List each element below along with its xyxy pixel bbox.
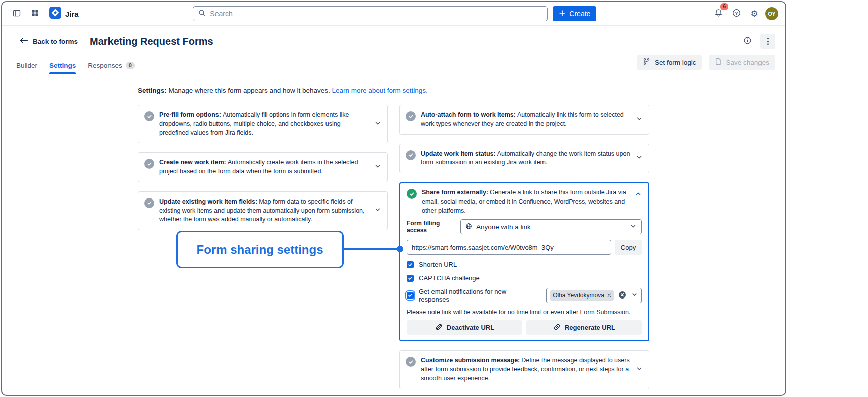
card-title: Share form externally: xyxy=(422,189,488,196)
annotation-dot xyxy=(397,246,403,252)
check-circle-icon xyxy=(406,111,416,121)
plus-icon xyxy=(559,10,566,18)
deactivate-url-label: Deactivate URL xyxy=(447,324,494,331)
check-circle-icon xyxy=(406,150,416,160)
form-filling-access-label: Form filling access xyxy=(407,220,456,234)
top-navigation-bar: Jira Create xyxy=(2,2,785,26)
page-title: Marketing Request Forms xyxy=(90,36,213,47)
shorten-url-row: Shorten URL xyxy=(407,261,642,268)
jira-brand[interactable]: Jira xyxy=(49,7,79,21)
tab-builder[interactable]: Builder xyxy=(16,62,37,74)
card-update-status[interactable]: Update work item status:Automatically ch… xyxy=(399,144,649,174)
card-text: Create new work item:Automatically creat… xyxy=(159,158,369,176)
share-card-header[interactable]: Share form externally:Generate a link to… xyxy=(407,188,642,215)
annotation-connector-line xyxy=(343,248,399,250)
user-avatar[interactable]: OY xyxy=(765,7,778,20)
info-icon xyxy=(743,36,752,46)
annotation-callout: Form sharing settings xyxy=(176,231,344,268)
create-button-label: Create xyxy=(569,10,590,18)
regenerate-url-button[interactable]: Regenerate URL xyxy=(526,320,642,335)
search-icon xyxy=(198,9,206,19)
chevron-down-icon[interactable] xyxy=(374,163,381,172)
sidebar-toggle-icon xyxy=(12,9,21,19)
set-form-logic-button[interactable]: Set form logic xyxy=(637,55,702,70)
share-card-body: Form filling access Anyone with a link xyxy=(407,219,642,335)
captcha-checkbox[interactable] xyxy=(407,275,414,282)
topbar-center-group: Create xyxy=(84,6,706,21)
card-text: Share form externally:Generate a link to… xyxy=(422,188,630,215)
card-prefill-options[interactable]: Pre-fill form options:Automatically fill… xyxy=(138,105,388,143)
tag-remove-icon[interactable] xyxy=(607,292,611,299)
tab-responses[interactable]: Responses 0 xyxy=(88,62,135,74)
card-title: Update work item status: xyxy=(421,150,496,157)
chevron-down-icon[interactable] xyxy=(636,115,643,124)
learn-more-link[interactable]: Learn more about form settings. xyxy=(332,87,427,94)
save-document-icon xyxy=(715,58,722,67)
check-circle-icon xyxy=(144,159,154,169)
green-check-circle-icon xyxy=(407,189,417,199)
card-title: Pre-fill form options: xyxy=(159,111,221,118)
tab-builder-label: Builder xyxy=(16,62,37,69)
captcha-row: CAPTCHA challenge xyxy=(407,274,642,282)
create-button[interactable]: Create xyxy=(553,6,596,21)
set-form-logic-label: Set form logic xyxy=(655,59,696,66)
card-create-work-item[interactable]: Create new work item:Automatically creat… xyxy=(138,152,388,182)
share-url-input[interactable] xyxy=(407,240,611,255)
info-button[interactable] xyxy=(740,34,755,49)
search-input[interactable] xyxy=(210,10,542,18)
notification-count-badge: 6 xyxy=(719,2,729,11)
tab-settings[interactable]: Settings xyxy=(49,62,76,74)
broken-link-icon xyxy=(435,323,443,332)
settings-button[interactable]: ⚙ xyxy=(747,6,762,21)
shorten-url-label: Shorten URL xyxy=(419,261,457,268)
intro-bold: Settings: xyxy=(138,87,167,94)
email-notifications-label: Get email notifications for new response… xyxy=(419,288,537,303)
brand-name: Jira xyxy=(65,10,79,18)
card-text: Update work item status:Automatically ch… xyxy=(421,150,631,168)
card-title: Update existing work item fields: xyxy=(159,198,257,205)
tab-bar: Builder Settings Responses 0 Set form lo… xyxy=(2,49,785,74)
back-arrow-icon xyxy=(19,37,28,46)
more-actions-button[interactable] xyxy=(760,34,775,49)
responses-count-badge: 0 xyxy=(126,62,135,69)
email-recipients-select[interactable]: Olha Yevdokymova xyxy=(546,288,642,303)
back-to-forms-link[interactable]: Back to forms xyxy=(19,37,78,46)
shorten-url-checkbox[interactable] xyxy=(407,261,414,268)
kebab-menu-icon xyxy=(767,38,769,45)
help-button[interactable]: ? xyxy=(729,6,744,21)
right-column: Auto-attach form to work items:Automatic… xyxy=(399,105,649,389)
chevron-down-icon[interactable] xyxy=(374,120,381,129)
clear-icon[interactable] xyxy=(619,291,626,300)
link-availability-note: Please note link will be available for n… xyxy=(407,309,642,316)
help-icon: ? xyxy=(732,8,741,19)
email-notifications-checkbox[interactable] xyxy=(407,292,414,299)
deactivate-url-button[interactable]: Deactivate URL xyxy=(407,320,522,335)
form-filling-access-row: Form filling access Anyone with a link xyxy=(407,219,642,234)
globe-icon xyxy=(465,223,472,231)
sidebar-toggle-button[interactable] xyxy=(9,6,24,21)
chevron-up-icon[interactable] xyxy=(635,190,642,200)
chevron-down-icon[interactable] xyxy=(636,154,643,163)
topbar-right-group: 6 ? ⚙ OY xyxy=(711,6,778,21)
svg-text:?: ? xyxy=(735,11,738,16)
card-share-form-externally: Share form externally:Generate a link to… xyxy=(399,182,649,341)
page-header: Back to forms Marketing Request Forms xyxy=(2,26,785,49)
card-auto-attach[interactable]: Auto-attach form to work items:Automatic… xyxy=(399,105,649,135)
card-update-existing-fields[interactable]: Update existing work item fields:Map for… xyxy=(138,191,388,230)
chevron-down-icon[interactable] xyxy=(374,206,381,215)
tabs: Builder Settings Responses 0 xyxy=(16,62,135,74)
gear-icon: ⚙ xyxy=(750,10,758,18)
tab-settings-label: Settings xyxy=(49,62,76,69)
chevron-down-icon[interactable] xyxy=(636,365,643,374)
app-switcher-button[interactable] xyxy=(27,6,42,21)
card-text: Pre-fill form options:Automatically fill… xyxy=(159,111,369,137)
check-circle-icon xyxy=(406,357,416,367)
app-window: Jira Create xyxy=(1,1,786,396)
chevron-down-icon xyxy=(631,291,638,300)
copy-url-button[interactable]: Copy xyxy=(615,240,642,255)
save-changes-button[interactable]: Save changes xyxy=(709,55,775,70)
url-actions-row: Deactivate URL Regenerate URL xyxy=(407,320,642,335)
access-dropdown[interactable]: Anyone with a link xyxy=(460,219,642,234)
card-customize-submission-message[interactable]: Customize submission message:Define the … xyxy=(399,350,649,389)
card-text: Update existing work item fields:Map for… xyxy=(159,197,369,224)
